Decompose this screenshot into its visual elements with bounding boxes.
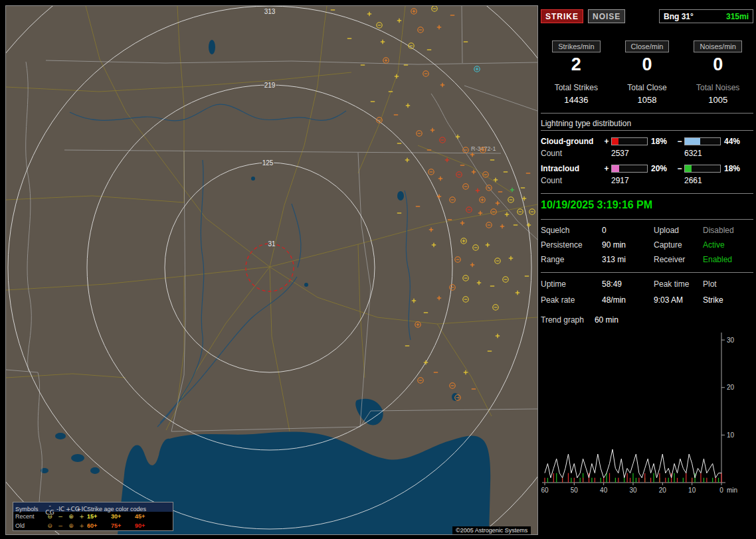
lightning-map[interactable]: 313 219 125 31 R-3472-1 [6,6,537,534]
persistence-value: 90 min [602,240,654,250]
receiver-status: Enabled [703,255,753,264]
plot-label: Plot [703,279,753,289]
cg-positive-bar [611,137,648,145]
total-strikes-value: 14436 [541,95,612,105]
range-value: 313 mi [602,255,654,264]
squelch-label: Squelch [541,226,602,235]
ic-positive-count: 2917 [611,176,651,185]
strike-legend: Symbols -CG -IC +CG +IC Strike age color… [13,502,173,531]
svg-text:125: 125 [262,159,274,167]
close-per-min-box[interactable]: Close/min [625,40,670,52]
circle-plus-icon: ⊕ [66,513,76,520]
svg-text:0: 0 [719,487,723,494]
legend-col-neg-ic: -IC [55,506,66,512]
total-close-label: Total Close [612,83,683,92]
circle-minus-icon: ⊖ [45,522,55,529]
stats-grid: Uptime 58:49 Peak time Plot Peak rate 48… [541,279,753,305]
legend-old-row: Old ⊖ − ⊕ + 60+ 75+ 90+ [13,521,173,530]
range-label: Range [541,255,602,264]
close-per-min-value: 0 [612,54,683,75]
datetime-display: 10/19/2025 3:19:16 PM [541,199,753,211]
copyright: ©2005 Astrogenic Systems [452,526,531,534]
legend-col-pos-ic: +IC [76,506,87,512]
distribution-title: Lightning type distribution [541,119,753,131]
peak-time-label: Peak time [654,279,703,289]
svg-text:20: 20 [659,487,667,494]
age-30: 30+ [111,513,135,520]
cloud-ground-count-row: Count 2537 6321 [541,149,753,158]
cg-positive-pct: 18% [651,137,675,146]
upload-status: Disabled [703,226,753,235]
svg-text:219: 219 [264,82,276,89]
minus-icon: − [675,137,684,146]
uptime-label: Uptime [541,279,602,289]
total-noises-value: 1005 [682,95,753,105]
upload-label: Upload [654,226,703,235]
circle-minus-icon: ⊖ [45,513,55,520]
legend-recent-label: Recent [15,513,45,520]
map-area[interactable]: 313 219 125 31 R-3472-1 Symbols -CG -IC … [5,5,538,535]
intracloud-count-row: Count 2917 2661 [541,176,753,185]
plus-icon: + [76,522,87,529]
divider [541,193,753,194]
legend-recent-row: Recent ⊖ − ⊕ + 15+ 30+ 45+ [13,512,173,521]
svg-text:30: 30 [629,487,637,494]
rate-values-row: 2 0 0 [541,54,753,75]
ic-positive-bar [611,165,648,173]
total-close-value: 1058 [612,95,683,105]
minus-icon: − [675,164,684,173]
svg-text:10: 10 [727,431,735,439]
legend-old-label: Old [15,522,45,529]
ic-negative-bar [684,165,721,173]
peak-rate-label: Peak rate [541,295,602,305]
intracloud-row: Intracloud + 20% − 18% [541,164,753,173]
trend-window-value: 60 min [595,315,618,325]
strike-button[interactable]: STRIKE [541,9,583,23]
ic-negative-pct: 18% [724,164,748,173]
divider [541,219,753,220]
cg-negative-pct: 44% [724,137,748,146]
squelch-value: 0 [602,226,654,235]
noises-per-min-box[interactable]: Noises/min [694,40,741,52]
svg-text:min: min [727,487,737,494]
count-label: Count [541,176,602,185]
divider [541,113,753,114]
noises-per-min-value: 0 [682,54,753,75]
legend-symbols-header: Symbols [15,506,45,512]
minus-icon: − [55,513,66,520]
minus-icon: − [55,522,66,529]
trend-graph-header: Trend graph 60 min [541,315,753,325]
cloud-ground-row: Cloud-ground + 18% − 44% [541,137,753,146]
age-15: 15+ [87,513,111,520]
age-90: 90+ [135,522,171,529]
svg-text:40: 40 [600,487,608,494]
svg-text:30: 30 [727,337,735,344]
ic-negative-count: 2661 [684,176,724,185]
totals-row: Total Strikes 14436 Total Close 1058 Tot… [541,83,753,105]
svg-text:10: 10 [688,487,696,494]
total-noises-label: Total Noises [682,83,753,92]
bearing-label: Bng 31° [664,12,694,21]
cg-positive-count: 2537 [611,149,651,158]
legend-age-header: Strike age color codes [87,506,171,512]
cg-negative-count: 6321 [684,149,724,158]
cloud-ground-label: Cloud-ground [541,137,602,146]
capture-label: Capture [654,240,703,250]
bearing-range: 315mi [726,12,749,21]
divider [541,272,753,273]
intracloud-label: Intracloud [541,164,602,173]
noise-button[interactable]: NOISE [588,9,625,23]
svg-text:313: 313 [264,8,276,15]
trend-graph-label: Trend graph [541,315,584,325]
svg-text:60: 60 [541,487,549,494]
rate-boxes-row: Strikes/min Close/min Noises/min [541,40,753,52]
strikes-per-min-box[interactable]: Strikes/min [552,40,600,52]
plus-icon: + [602,137,611,146]
capture-status: Active [703,240,753,250]
mode-button-row: STRIKE NOISE Bng 31° 315mi [541,9,753,23]
legend-col-pos-cg: +CG [66,506,76,512]
age-60: 60+ [87,522,111,529]
status-panel: STRIKE NOISE Bng 31° 315mi Strikes/min C… [541,5,753,534]
receiver-label: Receiver [654,255,703,264]
ic-positive-pct: 20% [651,164,675,173]
